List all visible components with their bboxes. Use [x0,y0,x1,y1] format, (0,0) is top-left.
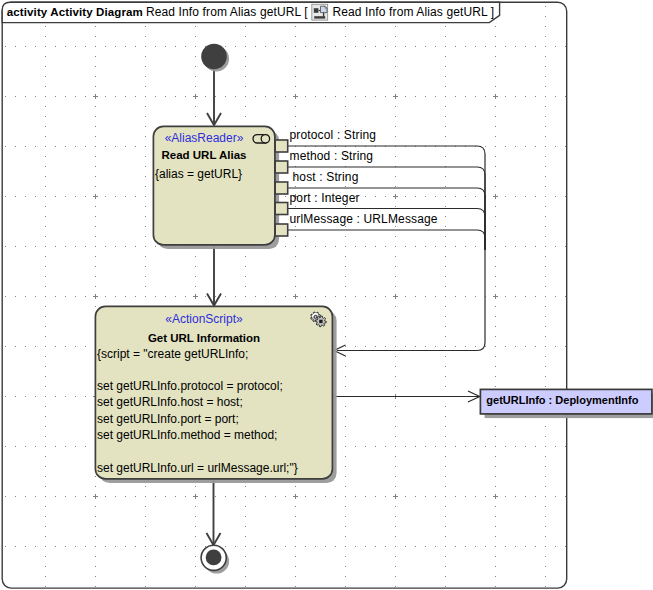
svg-text:port : Integer: port : Integer [290,191,360,205]
svg-text:set getURLInfo.method = method: set getURLInfo.method = method; [97,428,277,442]
svg-text:host : String: host : String [293,170,359,184]
svg-text:set getURLInfo.url = urlMessag: set getURLInfo.url = urlMessage.url;"} [97,461,298,475]
svg-text:Get URL Information: Get URL Information [148,332,260,344]
svg-text:Read Info from Alias getURL ]: Read Info from Alias getURL ] [333,5,495,19]
svg-text:set getURLInfo.protocol = prot: set getURLInfo.protocol = protocol; [97,379,283,393]
svg-text:«ActionScript»: «ActionScript» [165,312,243,326]
svg-text:«AliasReader»: «AliasReader» [165,131,244,145]
svg-text:{script = "create getURLInfo;: {script = "create getURLInfo; [97,347,248,361]
svg-text:Read Info from Alias getURL [: Read Info from Alias getURL [ [146,5,308,19]
svg-text:method : String: method : String [290,149,374,163]
svg-text:protocol : String: protocol : String [290,128,377,142]
svg-text:getURLInfo : DeploymentInfo: getURLInfo : DeploymentInfo [486,394,638,406]
svg-text:Read URL Alias: Read URL Alias [162,149,247,161]
svg-text:set getURLInfo.port = port;: set getURLInfo.port = port; [97,412,239,426]
svg-text:set getURLInfo.host = host;: set getURLInfo.host = host; [97,395,243,409]
svg-text:urlMessage : URLMessage: urlMessage : URLMessage [290,212,438,226]
svg-text:{alias = getURL}: {alias = getURL} [155,167,242,181]
svg-text:activity Activity Diagram: activity Activity Diagram [7,6,143,18]
